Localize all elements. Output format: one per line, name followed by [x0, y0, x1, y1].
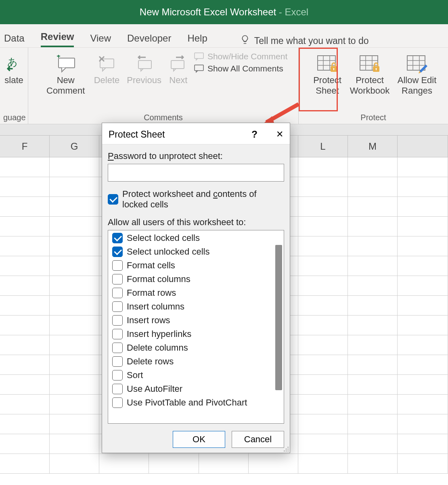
new-comment-button[interactable]: New Comment [43, 51, 88, 98]
grid-cell[interactable] [348, 355, 398, 375]
grid-cell[interactable] [0, 375, 50, 395]
grid-cell[interactable] [0, 335, 50, 355]
protect-workbook-button[interactable]: Protect Workbook [349, 51, 391, 98]
grid-cell[interactable] [398, 157, 448, 177]
grid-cell[interactable] [50, 197, 99, 217]
grid-cell[interactable] [0, 236, 50, 256]
grid-cell[interactable] [50, 256, 99, 276]
grid-cell[interactable] [298, 335, 348, 355]
permission-checkbox[interactable] [112, 343, 123, 353]
grid-cell[interactable] [348, 256, 398, 276]
grid-cell[interactable] [50, 316, 99, 335]
grid-cell[interactable] [348, 276, 398, 296]
grid-cell[interactable] [50, 335, 99, 355]
permission-checkbox[interactable] [112, 397, 123, 408]
grid-cell[interactable] [0, 157, 50, 177]
grid-cell[interactable] [199, 454, 249, 474]
dialog-help-button[interactable]: ? [251, 129, 257, 140]
grid-cell[interactable] [0, 454, 50, 474]
grid-cell[interactable] [348, 434, 398, 454]
permission-checkbox[interactable] [112, 384, 123, 394]
grid-cell[interactable] [398, 256, 448, 276]
column-header[interactable]: M [348, 136, 398, 157]
grid-cell[interactable] [0, 217, 50, 236]
tab-data[interactable]: Data [4, 33, 25, 47]
permission-item[interactable]: Select locked cells [112, 233, 280, 243]
grid-cell[interactable] [50, 177, 99, 197]
grid-cell[interactable] [0, 276, 50, 296]
grid-cell[interactable] [298, 177, 348, 197]
grid-cell[interactable] [298, 256, 348, 276]
permission-checkbox[interactable] [112, 370, 123, 380]
permission-item[interactable]: Insert rows [112, 315, 280, 326]
show-all-comments-button[interactable]: Show All Comments [194, 64, 287, 73]
dialog-close-button[interactable]: ✕ [276, 129, 283, 140]
grid-cell[interactable] [348, 316, 398, 335]
grid-cell[interactable] [298, 236, 348, 256]
tab-review[interactable]: Review [41, 31, 74, 47]
grid-cell[interactable] [50, 276, 99, 296]
permission-item[interactable]: Format columns [112, 274, 280, 284]
permissions-scrollbar[interactable] [275, 245, 282, 390]
grid-cell[interactable] [398, 355, 448, 375]
permission-item[interactable]: Sort [112, 370, 280, 380]
translate-button[interactable]: あ slate [3, 51, 25, 87]
grid-cell[interactable] [50, 355, 99, 375]
permissions-listbox[interactable]: Select locked cellsSelect unlocked cells… [108, 230, 284, 424]
grid-cell[interactable] [398, 454, 448, 474]
permission-item[interactable]: Select unlocked cells [112, 247, 280, 257]
permission-checkbox[interactable] [112, 356, 123, 367]
permission-checkbox[interactable] [112, 288, 123, 298]
grid-cell[interactable] [298, 157, 348, 177]
permission-item[interactable]: Use PivotTable and PivotChart [112, 397, 280, 408]
grid-cell[interactable] [298, 434, 348, 454]
grid-cell[interactable] [348, 335, 398, 355]
grid-cell[interactable] [0, 296, 50, 316]
grid-cell[interactable] [0, 197, 50, 217]
grid-cell[interactable] [0, 434, 50, 454]
allow-edit-ranges-button[interactable]: Allow Edit Ranges [395, 51, 439, 98]
permission-checkbox[interactable] [112, 233, 123, 243]
grid-cell[interactable] [348, 197, 398, 217]
grid-cell[interactable] [398, 414, 448, 434]
grid-cell[interactable] [298, 316, 348, 335]
next-comment-button[interactable]: Next [167, 51, 190, 87]
grid-cell[interactable] [298, 197, 348, 217]
permission-checkbox[interactable] [112, 329, 123, 339]
grid-cell[interactable] [149, 454, 199, 474]
grid-cell[interactable] [298, 454, 348, 474]
tab-view[interactable]: View [90, 33, 111, 47]
delete-comment-button[interactable]: Delete [92, 51, 121, 87]
protect-sheet-button[interactable]: Protect Sheet [310, 51, 345, 98]
grid-cell[interactable] [348, 236, 398, 256]
grid-cell[interactable] [348, 395, 398, 414]
grid-cell[interactable] [348, 177, 398, 197]
permission-checkbox[interactable] [112, 274, 123, 284]
grid-cell[interactable] [298, 375, 348, 395]
tell-me-search[interactable]: Tell me what you want to do [240, 34, 369, 47]
grid-cell[interactable] [298, 276, 348, 296]
password-input[interactable] [108, 164, 284, 182]
grid-cell[interactable] [0, 316, 50, 335]
grid-cell[interactable] [50, 454, 99, 474]
column-header[interactable]: F [0, 136, 50, 157]
ok-button[interactable]: OK [173, 431, 225, 448]
grid-cell[interactable] [298, 217, 348, 236]
grid-cell[interactable] [398, 335, 448, 355]
permission-item[interactable]: Insert columns [112, 301, 280, 312]
previous-comment-button[interactable]: Previous [125, 51, 163, 87]
grid-cell[interactable] [50, 236, 99, 256]
grid-cell[interactable] [398, 197, 448, 217]
permission-item[interactable]: Use AutoFilter [112, 384, 280, 394]
grid-cell[interactable] [298, 296, 348, 316]
permission-checkbox[interactable] [112, 301, 123, 312]
grid-cell[interactable] [0, 177, 50, 197]
grid-cell[interactable] [0, 355, 50, 375]
grid-cell[interactable] [50, 434, 99, 454]
permission-checkbox[interactable] [112, 247, 123, 257]
permission-checkbox[interactable] [112, 315, 123, 326]
grid-cell[interactable] [298, 355, 348, 375]
grid-cell[interactable] [398, 276, 448, 296]
tab-help[interactable]: Help [187, 33, 207, 47]
permission-item[interactable]: Format cells [112, 260, 280, 271]
